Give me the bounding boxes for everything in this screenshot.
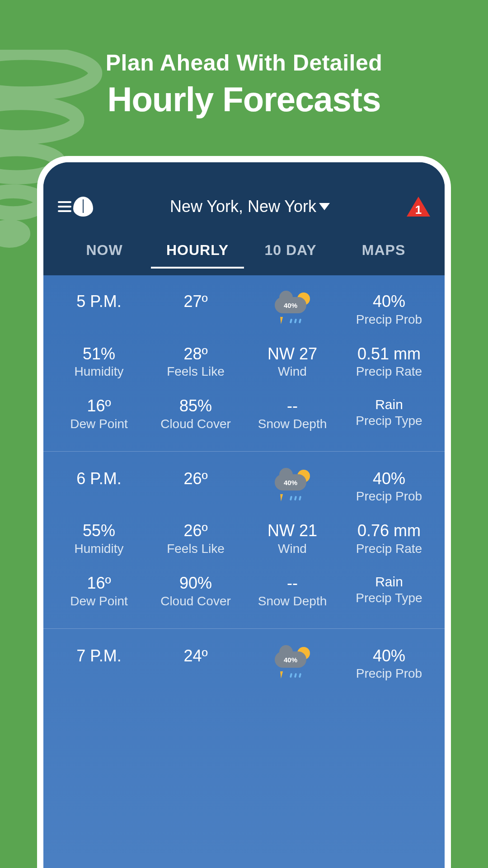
location-selector[interactable]: New York, New York bbox=[170, 197, 330, 216]
svg-point-4 bbox=[0, 226, 23, 241]
precip-prob: 40%Precip Prob bbox=[341, 292, 437, 327]
weather-condition-icon: 40% bbox=[244, 470, 341, 504]
snow-depth: --Snow Depth bbox=[244, 574, 341, 609]
hour-temp: 24º bbox=[147, 647, 244, 681]
precip-rate: 0.76 mmPrecip Rate bbox=[341, 522, 437, 556]
svg-point-3 bbox=[0, 191, 41, 213]
hour-row[interactable]: 6 P.M. 26º 40% 40%Precip Prob 55%Humidit… bbox=[43, 452, 445, 629]
dew-point: 16ºDew Point bbox=[51, 574, 147, 609]
precip-prob: 40%Precip Prob bbox=[341, 647, 437, 681]
hour-temp: 26º bbox=[147, 470, 244, 504]
precip-rate: 0.51 mmPrecip Rate bbox=[341, 345, 437, 379]
hour-time: 6 P.M. bbox=[51, 470, 147, 504]
chevron-down-icon bbox=[319, 203, 330, 210]
alert-count: 1 bbox=[415, 203, 422, 217]
phone-frame: New York, New York 1 NOW HOURLY 10 DAY M… bbox=[37, 156, 451, 868]
cloud-cover: 90%Cloud Cover bbox=[147, 574, 244, 609]
hour-row[interactable]: 7 P.M. 24º 40% 40%Precip Prob bbox=[43, 629, 445, 701]
hour-time: 7 P.M. bbox=[51, 647, 147, 681]
feels-like: 26ºFeels Like bbox=[147, 522, 244, 556]
menu-icon[interactable] bbox=[58, 201, 71, 212]
hour-row[interactable]: 5 P.M. 27º 40% 40%Precip Prob 51%Humidit… bbox=[43, 274, 445, 452]
wind: NW 21Wind bbox=[244, 522, 341, 556]
location-name: New York, New York bbox=[170, 197, 316, 216]
precip-type: RainPrecip Type bbox=[341, 574, 437, 609]
app-header: New York, New York 1 NOW HOURLY 10 DAY M… bbox=[43, 162, 445, 274]
dew-point: 16ºDew Point bbox=[51, 397, 147, 431]
weatherbug-logo-icon bbox=[73, 197, 93, 217]
snow-depth: --Snow Depth bbox=[244, 397, 341, 431]
wind: NW 27Wind bbox=[244, 345, 341, 379]
humidity: 51%Humidity bbox=[51, 345, 147, 379]
tab-maps[interactable]: MAPS bbox=[337, 242, 430, 269]
alert-badge[interactable]: 1 bbox=[407, 197, 430, 217]
weather-condition-icon: 40% bbox=[244, 647, 341, 681]
humidity: 55%Humidity bbox=[51, 522, 147, 556]
hour-temp: 27º bbox=[147, 292, 244, 327]
tabs: NOW HOURLY 10 DAY MAPS bbox=[58, 242, 430, 269]
tab-now[interactable]: NOW bbox=[58, 242, 151, 269]
svg-point-1 bbox=[0, 103, 77, 137]
cloud-cover: 85%Cloud Cover bbox=[147, 397, 244, 431]
tab-10day[interactable]: 10 DAY bbox=[244, 242, 337, 269]
tab-hourly[interactable]: HOURLY bbox=[151, 242, 244, 269]
menu-and-logo[interactable] bbox=[58, 197, 93, 217]
svg-point-0 bbox=[0, 53, 95, 94]
precip-prob: 40%Precip Prob bbox=[341, 470, 437, 504]
precip-type: RainPrecip Type bbox=[341, 397, 437, 431]
weather-condition-icon: 40% bbox=[244, 292, 341, 327]
phone-screen: New York, New York 1 NOW HOURLY 10 DAY M… bbox=[43, 162, 445, 868]
feels-like: 28ºFeels Like bbox=[147, 345, 244, 379]
hour-time: 5 P.M. bbox=[51, 292, 147, 327]
hourly-list[interactable]: 5 P.M. 27º 40% 40%Precip Prob 51%Humidit… bbox=[43, 274, 445, 701]
